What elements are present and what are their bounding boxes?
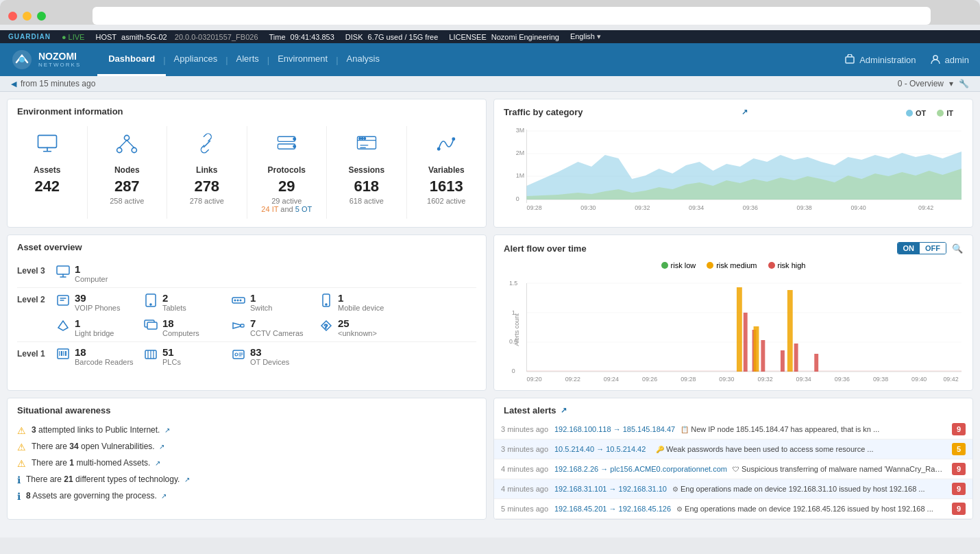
svg-text:09:42: 09:42 (943, 376, 958, 383)
browser-dot-red[interactable] (8, 12, 17, 21)
status-licensee: LICENSEE Nozomi Engineering (449, 33, 559, 41)
legend-risk-low: risk low (661, 261, 696, 269)
svg-rect-82 (814, 354, 818, 372)
external-link-icon-4[interactable]: ↗ (161, 492, 167, 500)
metric-links[interactable]: Links 278 278 active (167, 126, 247, 219)
admin-link[interactable]: Administration (844, 54, 916, 65)
traffic-external-link-icon[interactable]: ↗ (742, 108, 748, 117)
metric-variables[interactable]: Variables 1613 1602 active (407, 126, 487, 219)
nav-item-appliances[interactable]: Appliances (163, 43, 229, 76)
asset-table: Level 3 1 Computer (8, 256, 486, 378)
external-link-icon-0[interactable]: ↗ (164, 426, 170, 434)
metric-protocols[interactable]: Protocols 29 29 active 24 IT and 5 OT (247, 126, 328, 219)
protocol-icon (250, 132, 324, 161)
nav-item-alerts[interactable]: Alerts (225, 43, 270, 76)
main-nav: Dashboard | Appliances | Alerts | Enviro… (97, 43, 844, 76)
metric-sessions[interactable]: Sessions 618 618 active (327, 126, 407, 219)
alert-row-2[interactable]: 4 minutes ago 192.168.2.26 → plc156.ACME… (494, 459, 972, 479)
alert-row-4[interactable]: 5 minutes ago 192.168.45.201 → 192.168.4… (494, 499, 972, 519)
asset-item-plc[interactable]: 51 PLCs (143, 346, 225, 366)
user-menu[interactable]: admin (930, 54, 969, 65)
unknown-icon: ? (319, 318, 334, 337)
toggle-on-button[interactable]: ON (898, 243, 920, 254)
svg-text:0: 0 (516, 195, 519, 202)
svg-point-21 (452, 138, 455, 141)
traffic-chart-area: 3M 2M 1M 0 09:28 0 (494, 121, 972, 219)
alert-row-3[interactable]: 4 minutes ago 192.168.31.101 → 192.168.3… (494, 479, 972, 499)
back-arrow[interactable]: ◀ (11, 80, 16, 88)
level3-label: Level 3 (17, 263, 56, 276)
assets-icon (35, 132, 60, 156)
svg-line-10 (204, 141, 210, 147)
risk-medium-dot (707, 262, 713, 269)
external-link-icon-1[interactable]: ↗ (159, 443, 164, 450)
alert-toggle-group: ON OFF (897, 242, 947, 254)
nav-item-environment[interactable]: Environment (267, 43, 339, 76)
asset-item-computers[interactable]: 18 Computers (143, 317, 225, 337)
metric-assets[interactable]: Assets 242 (8, 126, 88, 219)
info-icon-3: ℹ (17, 474, 21, 485)
svg-text:09:22: 09:22 (565, 376, 580, 383)
svg-text:Alerts count: Alerts count (513, 313, 520, 346)
latest-alerts-external-link-icon[interactable]: ↗ (561, 406, 567, 415)
warning-icon-2: ⚠ (17, 458, 26, 469)
asset-item-cctv[interactable]: 7 CCTV Cameras (231, 317, 313, 337)
svg-rect-79 (761, 340, 765, 372)
alert-row-1[interactable]: 3 minutes ago 10.5.214.40 → 10.5.214.42 … (494, 439, 972, 459)
svg-text:09:34: 09:34 (689, 204, 704, 211)
level2-label: Level 2 (17, 292, 56, 304)
asset-item-tablets[interactable]: 2 Tablets (143, 292, 225, 312)
asset-item-barcode[interactable]: 18 Barcode Readers (56, 346, 138, 366)
risk-low-dot (661, 262, 668, 269)
svg-point-42 (150, 304, 151, 305)
info-icon-4: ℹ (17, 491, 21, 502)
legend-risk-medium: risk medium (707, 261, 757, 269)
metric-nodes[interactable]: Nodes 287 258 active (88, 126, 168, 219)
env-metrics-row: Assets 242 Nodes (8, 121, 486, 227)
navbar: NOZOMI NETWORKS Dashboard | Appliances |… (0, 43, 980, 76)
lightbridge-icon (56, 318, 71, 337)
svg-text:09:36: 09:36 (743, 204, 758, 211)
asset-item-lightbridge[interactable]: 1 Light bridge (56, 317, 138, 337)
breadcrumb-time: from 15 minutes ago (21, 79, 95, 88)
status-language[interactable]: English ▾ (570, 32, 601, 41)
asset-item-unknown[interactable]: ? 25 <unknown> (319, 317, 401, 337)
situational-item-4: ℹ 8 Assets are governing the process. ↗ (17, 491, 476, 502)
svg-rect-81 (794, 344, 798, 372)
svg-rect-12 (278, 144, 295, 149)
browser-dot-green[interactable] (37, 12, 46, 21)
asset-item-ot-devices[interactable]: 83 OT Devices (231, 346, 313, 366)
svg-point-18 (361, 138, 363, 140)
overview-selector[interactable]: 0 - Overview (898, 79, 944, 88)
breadcrumb-right: 0 - Overview ▾ 🔧 (898, 79, 969, 88)
external-link-icon-2[interactable]: ↗ (155, 459, 160, 467)
asset-item-switch[interactable]: 1 Switch (231, 292, 313, 312)
link-icon (170, 132, 244, 161)
settings-wrench-icon[interactable]: 🔧 (959, 79, 969, 88)
asset-level1-row: Level 1 (17, 342, 476, 370)
nav-item-analysis[interactable]: Analysis (336, 43, 391, 76)
svg-text:09:34: 09:34 (796, 376, 811, 383)
tablet-icon (143, 293, 158, 311)
level1-label: Level 1 (17, 346, 56, 359)
asset-item-voip[interactable]: 39 VOIP Phones (56, 292, 138, 312)
asset-item-mobile[interactable]: 1 Mobile device (319, 292, 401, 312)
nozomi-logo-icon (11, 49, 33, 71)
guardian-label: GUARDIAN (8, 33, 51, 40)
address-bar[interactable] (93, 7, 931, 25)
alert-search-icon[interactable]: 🔍 (952, 243, 963, 254)
nav-item-dashboard[interactable]: Dashboard (97, 43, 166, 76)
traffic-legend: OT IT (906, 106, 963, 117)
browser-dot-yellow[interactable] (23, 12, 32, 21)
svg-text:2M: 2M (516, 149, 524, 156)
user-icon (930, 54, 941, 65)
chevron-down-icon[interactable]: ▾ (949, 79, 953, 88)
toggle-off-button[interactable]: OFF (920, 243, 946, 254)
asset-item-computer[interactable]: 1 Computer (56, 263, 138, 283)
alert-row-0[interactable]: 3 minutes ago 192.168.100.118 → 185.145.… (494, 420, 972, 439)
protocols-svg (274, 132, 299, 156)
alert-badge-4: 9 (952, 503, 966, 515)
asset-overview-card: Asset overview Level 3 (7, 234, 487, 391)
external-link-icon-3[interactable]: ↗ (184, 476, 190, 483)
logo[interactable]: NOZOMI NETWORKS (11, 49, 81, 71)
